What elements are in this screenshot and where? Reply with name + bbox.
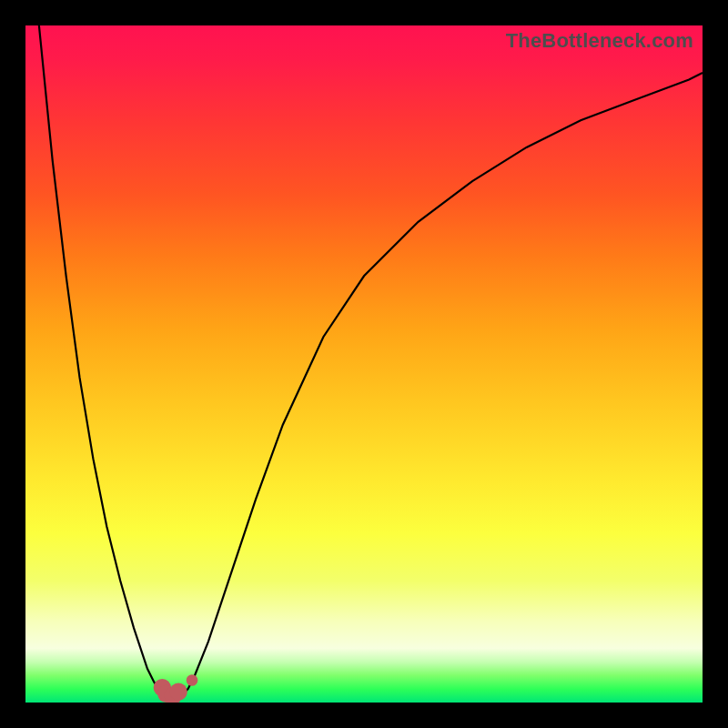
- marker-dot-right: [187, 674, 198, 686]
- chart-frame: TheBottleneck.com: [0, 0, 728, 728]
- marker-group: [154, 674, 198, 703]
- curve-right-branch: [181, 73, 703, 695]
- marker-u-shape-right: [169, 682, 187, 700]
- curve-left-branch: [25, 25, 167, 696]
- chart-svg: [25, 25, 703, 703]
- plot-area: TheBottleneck.com: [25, 25, 703, 703]
